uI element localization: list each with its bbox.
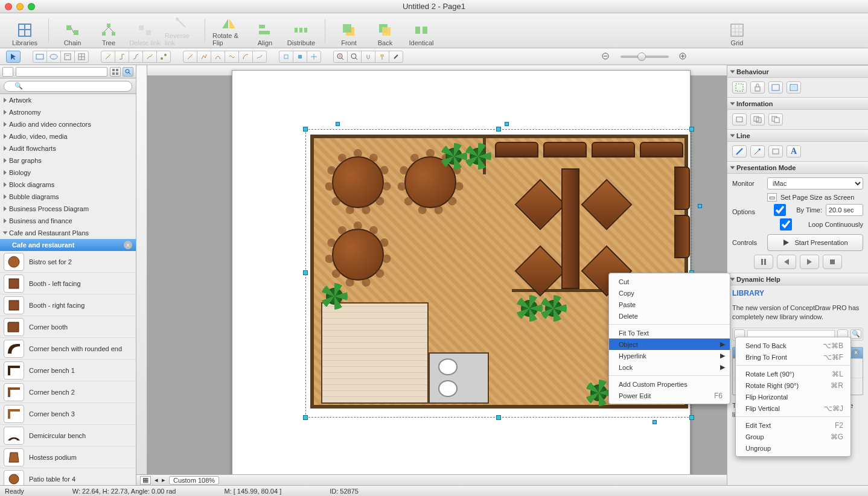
- eyedropper-tool[interactable]: [389, 51, 403, 63]
- library-tab-tree-icon[interactable]: [2, 67, 13, 77]
- menu-rotate-left[interactable]: Rotate Left (90°)⌘L: [736, 368, 850, 380]
- library-shape-item[interactable]: Patio table for 4: [0, 468, 136, 485]
- connector-tool-5[interactable]: [156, 51, 171, 63]
- front-button[interactable]: Front: [333, 15, 365, 46]
- stop-button[interactable]: [823, 255, 842, 269]
- line-tool-2[interactable]: [197, 51, 211, 63]
- text-tool[interactable]: [60, 51, 75, 63]
- line-arrow-icon[interactable]: [750, 145, 765, 157]
- freehand-tool[interactable]: [252, 51, 267, 63]
- zoom-fit-tool[interactable]: [333, 51, 348, 63]
- tree-item[interactable]: Bar graphs: [0, 154, 136, 167]
- selection-handle[interactable]: [496, 127, 501, 132]
- window-zoom-button[interactable]: [28, 3, 35, 10]
- object-handle[interactable]: [653, 420, 657, 424]
- ellipse-tool[interactable]: [46, 51, 61, 63]
- libraries-button[interactable]: Libraries: [8, 15, 41, 46]
- format-painter-tool[interactable]: [375, 51, 389, 63]
- library-shape-item[interactable]: Bistro set for 2: [0, 251, 136, 273]
- selection-handle[interactable]: [689, 127, 694, 132]
- tree-item-selected[interactable]: Cafe and restaurant×: [0, 239, 136, 251]
- prev-button[interactable]: [777, 255, 796, 269]
- menu-cut[interactable]: Cut: [609, 276, 730, 287]
- zoom-in-button[interactable]: [676, 51, 691, 63]
- distribute-button[interactable]: Distribute: [285, 15, 318, 46]
- line-text-icon[interactable]: A: [787, 145, 801, 157]
- line-pen-icon[interactable]: [732, 145, 747, 157]
- tree-item[interactable]: Audit flowcharts: [0, 142, 136, 154]
- behaviour-icon-1[interactable]: [732, 81, 747, 94]
- line-rect-icon[interactable]: [768, 145, 783, 157]
- library-search-button[interactable]: [123, 67, 133, 77]
- curve-tool-2[interactable]: [225, 51, 239, 63]
- grid-button[interactable]: Grid: [721, 15, 753, 46]
- pan-tool[interactable]: [361, 51, 375, 63]
- dynamic-help-section-header[interactable]: Dynamic Help: [727, 273, 868, 285]
- menu-rotate-right[interactable]: Rotate Right (90°)⌘R: [736, 380, 850, 391]
- start-presentation-button[interactable]: Start Presentation: [767, 234, 863, 251]
- library-shape-item[interactable]: Demicircular bench: [0, 425, 136, 447]
- menu-delete[interactable]: Delete: [609, 310, 730, 322]
- window-minimize-button[interactable]: [16, 3, 24, 10]
- monitor-select[interactable]: iMac: [767, 177, 863, 189]
- curve-tool-1[interactable]: [211, 51, 225, 63]
- library-path-input[interactable]: [16, 67, 107, 77]
- zoom-tool[interactable]: [347, 51, 362, 63]
- chain-button[interactable]: Chain: [56, 15, 89, 46]
- loop-checkbox[interactable]: [767, 218, 805, 231]
- zoom-out-button[interactable]: [599, 51, 613, 63]
- object-handle[interactable]: [505, 122, 509, 126]
- back-button[interactable]: Back: [369, 15, 401, 46]
- menu-flip-horizontal[interactable]: Flip Horizontal: [736, 391, 850, 402]
- library-shape-item[interactable]: Corner bench 1: [0, 360, 136, 381]
- connector-tool-4[interactable]: [142, 51, 157, 63]
- tree-item[interactable]: Artwork: [0, 94, 136, 106]
- line-tool-1[interactable]: [183, 51, 197, 63]
- tree-item[interactable]: Astronomy: [0, 106, 136, 118]
- zoom-level-display[interactable]: Custom 108%: [169, 476, 219, 485]
- reverse-link-button[interactable]: Reverse link: [165, 15, 197, 46]
- tree-item[interactable]: Business Process Diagram: [0, 203, 136, 215]
- table-tool[interactable]: [74, 51, 89, 63]
- tree-item[interactable]: Business and finance: [0, 215, 136, 227]
- rect-tool[interactable]: [33, 51, 47, 63]
- behaviour-lock-icon[interactable]: [750, 81, 765, 94]
- menu-flip-vertical[interactable]: Flip Vertical⌥⌘J: [736, 402, 850, 414]
- library-shape-item[interactable]: Hostess podium: [0, 447, 136, 468]
- menu-add-custom-properties[interactable]: Add Custom Properties: [609, 378, 730, 390]
- presentation-section-header[interactable]: Presentation Mode: [727, 162, 868, 174]
- menu-bring-to-front[interactable]: Bring To Front⌥⌘F: [736, 351, 850, 363]
- library-shape-item[interactable]: Corner booth: [0, 316, 136, 338]
- bytime-checkbox[interactable]: [767, 204, 793, 216]
- selection-handle[interactable]: [303, 270, 308, 275]
- tree-item[interactable]: Biology: [0, 167, 136, 179]
- point-tool-2[interactable]: [293, 51, 307, 63]
- selection-handle[interactable]: [303, 127, 308, 132]
- menu-fit-to-text[interactable]: Fit To Text: [609, 327, 730, 339]
- rotate-flip-button[interactable]: Rotate & Flip: [212, 15, 245, 46]
- pause-button[interactable]: [754, 255, 773, 269]
- drawing-shapes-close-icon[interactable]: ×: [852, 349, 860, 357]
- arc-tool[interactable]: [238, 51, 253, 63]
- info-icon-3[interactable]: [768, 113, 783, 126]
- connector-tool-1[interactable]: [101, 51, 115, 63]
- context-menu[interactable]: Cut Copy Paste Delete Fit To Text Object…: [608, 273, 730, 404]
- behaviour-icon-3[interactable]: [768, 81, 783, 94]
- point-tool-1[interactable]: [279, 51, 293, 63]
- connector-tool-2[interactable]: [115, 51, 129, 63]
- menu-power-edit[interactable]: Power EditF6: [609, 390, 730, 401]
- menu-group[interactable]: Group⌘G: [736, 431, 850, 442]
- delete-link-button[interactable]: Delete link: [129, 15, 161, 46]
- library-shape-item[interactable]: Corner bench 2: [0, 381, 136, 403]
- library-tree[interactable]: Artwork Astronomy Audio and video connec…: [0, 94, 136, 251]
- tree-item[interactable]: Bubble diagrams: [0, 191, 136, 203]
- info-icon-2[interactable]: [750, 113, 765, 126]
- object-handle[interactable]: [698, 204, 702, 208]
- tree-item[interactable]: Audio, video, media: [0, 130, 136, 142]
- identical-button[interactable]: Identical: [405, 15, 438, 46]
- menu-edit-text[interactable]: Edit TextF2: [736, 419, 850, 431]
- behaviour-section-header[interactable]: Behaviour: [727, 66, 868, 78]
- menu-lock[interactable]: Lock▶: [609, 361, 730, 373]
- bytime-input[interactable]: [826, 204, 863, 216]
- menu-object[interactable]: Object▶: [609, 339, 730, 350]
